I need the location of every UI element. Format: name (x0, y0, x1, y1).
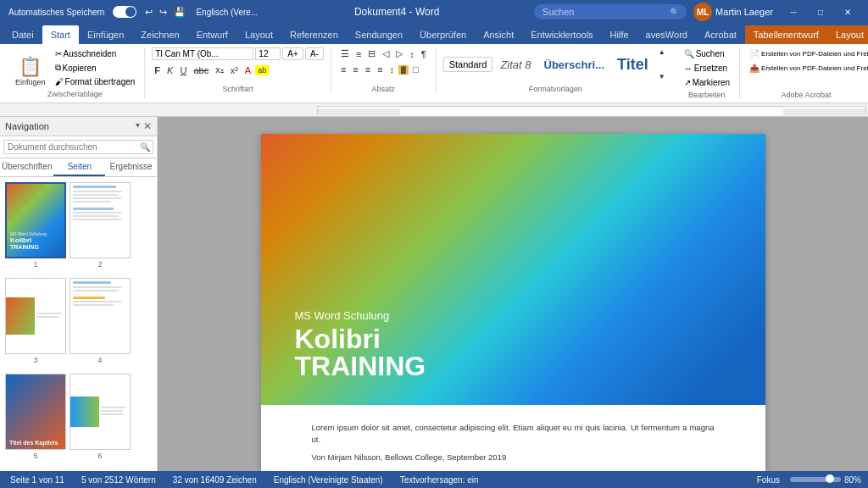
pilcrow-button[interactable]: ¶ (419, 48, 429, 60)
align-right-button[interactable]: ≡ (363, 64, 373, 75)
cover-meta-text: Von Mirjam Nilsson, Bellows College, Sep… (312, 452, 715, 463)
nav-search-input[interactable] (3, 140, 153, 154)
subscript-button[interactable]: x₂ (213, 64, 226, 76)
page-thumb-img-3 (5, 278, 66, 354)
word-count[interactable]: 5 von 2512 Wörtern (78, 475, 159, 485)
cover-thumb-title: Kolibri (10, 236, 61, 244)
nav-header: Navigation ▾ ✕ (0, 117, 157, 136)
bold-button[interactable]: F (152, 64, 163, 76)
thumb-image-3 (6, 297, 35, 335)
page-thumb-1[interactable]: MS Word Schulung Kolibri TRAINING 1 (5, 182, 66, 274)
italic-button[interactable]: K (164, 64, 175, 76)
font-size-input[interactable] (255, 47, 281, 60)
tab-zeichnen[interactable]: Zeichnen (132, 25, 187, 44)
save-button[interactable]: 💾 (172, 5, 187, 19)
autosave-toggle[interactable]: Automatisches Speichern (7, 6, 106, 19)
undo-button[interactable]: ↩ (143, 5, 154, 19)
nav-tab-headings[interactable]: Überschriften (0, 158, 53, 176)
close-button[interactable]: ✕ (834, 3, 861, 21)
nav-options-button[interactable]: ▾ (136, 120, 140, 132)
autosave-switch[interactable] (113, 6, 136, 18)
tab-tabellenentwurf[interactable]: Tabellenentwurf (745, 25, 827, 44)
create-pdf-button[interactable]: 📄 Erstellen von PDF-Dateien und Freigebe… (747, 47, 865, 60)
minimize-button[interactable]: ─ (780, 3, 807, 21)
tab-hilfe[interactable]: Hilfe (602, 25, 637, 44)
tab-layout-table[interactable]: Layout (827, 25, 868, 44)
global-search-input[interactable] (534, 4, 687, 19)
page-thumb-6[interactable]: 6 (70, 374, 131, 466)
style-standard[interactable]: Standard (443, 57, 493, 72)
decrease-indent-button[interactable]: ◁ (380, 47, 392, 60)
tab-ansicht[interactable]: Ansicht (475, 25, 522, 44)
nav-tab-pages[interactable]: Seiten (53, 158, 105, 176)
zoom-level[interactable]: 80% (844, 475, 861, 485)
tab-start[interactable]: Start (42, 25, 79, 44)
language-status[interactable]: Englisch (Vereinigte Staaten) (270, 475, 387, 485)
borders-button[interactable]: □ (410, 64, 421, 75)
page-thumb-3[interactable]: 3 (5, 278, 66, 370)
svg-rect-1 (400, 108, 783, 115)
focus-button[interactable]: Fokus (754, 475, 783, 485)
nav-close-button[interactable]: ✕ (143, 120, 152, 132)
shading-button[interactable]: ▓ (398, 65, 409, 75)
styles-scroll-up[interactable]: ▲ (656, 47, 668, 57)
justify-button[interactable]: ≡ (375, 64, 385, 75)
thumb-line (73, 286, 122, 288)
tab-ueberpruefen[interactable]: Überprüfen (411, 25, 475, 44)
page-thumb-2[interactable]: 2 (70, 182, 131, 274)
tab-referenzen[interactable]: Referenzen (281, 25, 347, 44)
page-thumb-4[interactable]: 4 (70, 278, 131, 370)
style-heading[interactable]: Überschri... (539, 57, 610, 73)
grow-font-button[interactable]: A+ (282, 47, 303, 60)
ruler-content (317, 106, 866, 114)
sort-button[interactable]: ↕ (407, 48, 417, 60)
tab-avesword[interactable]: avesWord (637, 25, 696, 44)
underline-button[interactable]: U (177, 64, 189, 76)
increase-indent-button[interactable]: ▷ (393, 47, 405, 60)
strikethrough-button[interactable]: abc (191, 64, 211, 76)
shrink-font-button[interactable]: A- (305, 47, 324, 60)
styles-scroll-down[interactable]: ▼ (656, 72, 668, 81)
thumb-line (73, 197, 122, 199)
font-color-button[interactable]: A (242, 64, 253, 76)
copy-button[interactable]: ⧉Kopieren (53, 61, 138, 75)
char-count[interactable]: 32 von 16409 Zeichen (170, 475, 260, 485)
tab-entwicklertools[interactable]: Entwicklertools (522, 25, 601, 44)
language-dropdown[interactable]: Englisch (Vere... (194, 6, 259, 19)
find-button[interactable]: 🔍 Suchen (682, 47, 732, 60)
maximize-button[interactable]: □ (807, 3, 834, 21)
create-share-button[interactable]: 📤 Erstellen von PDF-Dateien und Freigabe… (747, 62, 865, 75)
tab-acrobat[interactable]: Acrobat (696, 25, 745, 44)
redo-button[interactable]: ↪ (158, 5, 169, 19)
highlight-button[interactable]: ab (255, 65, 269, 75)
style-quote[interactable]: Zitat 8 (495, 57, 536, 73)
cut-button[interactable]: ✂Ausschneiden (53, 47, 138, 60)
zoom-slider[interactable] (790, 477, 841, 482)
status-left: Seite 1 von 11 5 von 2512 Wörtern 32 von… (7, 475, 482, 485)
tab-datei[interactable]: Datei (3, 25, 42, 44)
thumb-line (73, 215, 119, 217)
bullets-button[interactable]: ☰ (338, 47, 352, 60)
paste-button[interactable]: 📋 Einfügen (12, 56, 49, 88)
select-button[interactable]: ↗ Markieren (682, 76, 732, 89)
outline-button[interactable]: ⊟ (365, 47, 378, 60)
tab-entwurf[interactable]: Entwurf (188, 25, 236, 44)
style-title[interactable]: Titel (612, 54, 654, 75)
nav-title: Navigation (5, 121, 49, 131)
align-left-button[interactable]: ≡ (338, 64, 348, 75)
font-name-input[interactable] (152, 47, 253, 60)
tab-einfuegen[interactable]: Einfügen (79, 25, 132, 44)
tab-layout[interactable]: Layout (236, 25, 281, 44)
text-prediction[interactable]: Textvorhersagen: ein (397, 475, 482, 485)
page-thumb-num-1: 1 (33, 260, 37, 269)
superscript-button[interactable]: x² (228, 64, 241, 76)
tab-sendungen[interactable]: Sendungen (347, 25, 411, 44)
page-thumb-5[interactable]: Titel des Kapitels 5 (5, 374, 66, 466)
line-spacing-button[interactable]: ↕ (387, 64, 398, 75)
nav-tab-results[interactable]: Ergebnisse (105, 158, 157, 176)
page-info[interactable]: Seite 1 von 11 (7, 475, 68, 485)
replace-button[interactable]: ↔ Ersetzen (682, 62, 732, 75)
format-painter-button[interactable]: 🖌Format übertragen (53, 75, 138, 88)
align-center-button[interactable]: ≡ (350, 64, 360, 75)
numbering-button[interactable]: ≡ (353, 48, 364, 60)
